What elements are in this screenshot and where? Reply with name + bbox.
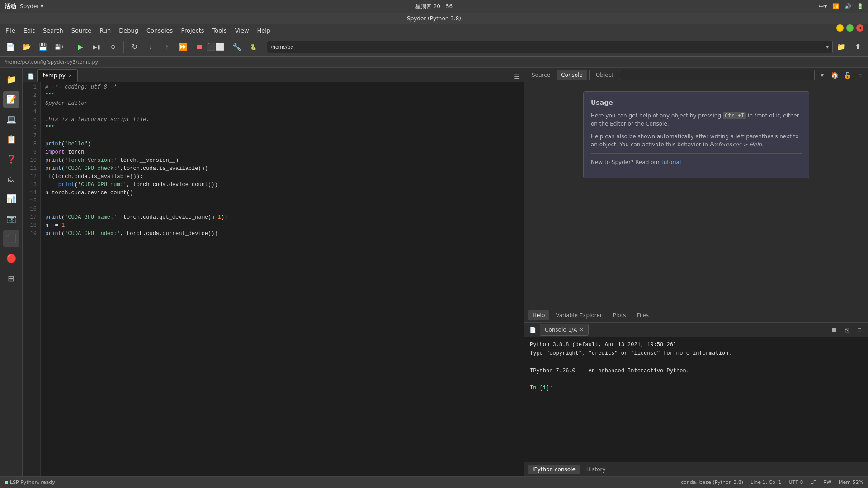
menu-file[interactable]: File	[2, 26, 19, 35]
continue-button[interactable]: ⏩	[175, 39, 191, 55]
lock-button[interactable]: 🔒	[842, 70, 853, 80]
parent-folder-button[interactable]: ⬆	[850, 39, 865, 55]
bottom-tab-files[interactable]: Files	[632, 310, 653, 320]
sidebar-terminal-icon[interactable]: ⬛	[3, 230, 19, 247]
path-bar[interactable]: ▾	[267, 41, 833, 53]
status-bar: LSP Python: ready conda: base (Python 3.…	[0, 476, 868, 488]
usage-text-2: Help can also be shown automatically aft…	[591, 132, 802, 149]
activity-label: 活动	[5, 2, 16, 10]
bottom-tab-variable-explorer[interactable]: Variable Explorer	[551, 310, 606, 320]
home-button[interactable]: 🏠	[829, 70, 840, 80]
editor-options-button[interactable]: ☰	[512, 71, 521, 82]
console-bottom-tab-ipython[interactable]: IPython console	[528, 465, 580, 474]
close-button[interactable]: ✕	[856, 24, 863, 32]
sidebar-apps-icon[interactable]: ⊞	[3, 270, 19, 286]
tab-source[interactable]: Source	[527, 70, 555, 80]
menu-search[interactable]: Search	[39, 26, 67, 35]
console-tab-close[interactable]: ✕	[580, 327, 583, 332]
path-dropdown-icon[interactable]: ▾	[826, 44, 829, 50]
step-into-button[interactable]: ↓	[143, 39, 158, 55]
tab-close-button[interactable]: ✕	[68, 73, 72, 78]
menu-edit[interactable]: Edit	[20, 26, 38, 35]
code-line-19: print('CUDA GPU index:', torch.cuda.curr…	[45, 230, 519, 238]
menu-tools[interactable]: Tools	[209, 26, 231, 35]
sidebar-projects-icon[interactable]: 🗂	[3, 171, 19, 187]
console-prompt: In [1]:	[530, 384, 552, 393]
console-options-button[interactable]: ≡	[854, 324, 865, 336]
menu-view[interactable]: View	[231, 26, 253, 35]
step-over-button[interactable]: ↻	[127, 39, 142, 55]
panel-toolbar: Source Console Object ▾ 🏠 🔒 ≡	[524, 68, 868, 82]
console-bottom-tab-history[interactable]: History	[582, 465, 610, 474]
menu-projects[interactable]: Projects	[177, 26, 208, 35]
run-button[interactable]: ▶	[73, 39, 88, 55]
code-line-5: This is a temporary script file.	[45, 116, 519, 124]
sidebar-outline-icon[interactable]: 📋	[3, 131, 19, 147]
editor-content: 12345 678910 1112131415 16171819 # -*- c…	[23, 82, 524, 476]
console-line-4: IPython 7.26.0 -- An enhanced Interactiv…	[530, 367, 863, 375]
sidebar-camera-icon[interactable]: 📷	[3, 211, 19, 227]
step-out-button[interactable]: ↑	[159, 39, 175, 55]
bottom-tab-help[interactable]: Help	[528, 310, 549, 320]
menu-consoles[interactable]: Consoles	[143, 26, 176, 35]
sidebar-help-icon[interactable]: ❓	[3, 151, 19, 167]
usage-box: Usage Here you can get help of any objec…	[583, 91, 809, 178]
object-dropdown-btn[interactable]: ▾	[816, 70, 827, 80]
power-icon: 🔋	[857, 3, 863, 9]
path-input[interactable]	[271, 44, 826, 50]
menu-help[interactable]: Help	[254, 26, 274, 35]
sidebar-ipython-icon[interactable]: 💻	[3, 111, 19, 127]
status-line-ending: LF	[811, 479, 816, 485]
python-button[interactable]: 🐍	[245, 39, 261, 55]
panel-toolbar-right: 🏠 🔒 ≡	[829, 70, 865, 80]
tutorial-link[interactable]: tutorial	[661, 159, 681, 165]
console-new-tab-icon[interactable]: 📄	[527, 324, 538, 335]
settings-button[interactable]: 🔧	[229, 39, 245, 55]
menu-source[interactable]: Source	[68, 26, 95, 35]
new-file-button[interactable]: 📄	[3, 39, 18, 55]
console-panel: 📄 Console 1/A ✕ ⏹ ⎘ ≡ Python 3.8.8 (defa…	[524, 323, 868, 476]
panel-options-button[interactable]: ≡	[854, 70, 865, 80]
code-line-11: print('CUDA GPU check:',torch.cuda.is_av…	[45, 164, 519, 173]
code-line-16	[45, 205, 519, 213]
status-memory: Mem 52%	[839, 479, 863, 485]
console-tab-1a[interactable]: Console 1/A ✕	[540, 324, 589, 336]
debug-toggle-button[interactable]: ⬛⬜	[208, 39, 223, 55]
browse-folder-button[interactable]: 📁	[834, 39, 849, 55]
save-button[interactable]: 💾	[35, 39, 51, 55]
sidebar-spyder-icon[interactable]: 🔴	[3, 250, 19, 267]
sidebar-editor-icon[interactable]: 📝	[3, 91, 19, 108]
tab-console[interactable]: Console	[557, 70, 587, 80]
open-file-button[interactable]: 📂	[19, 39, 34, 55]
sidebar-profiler-icon[interactable]: 📊	[3, 191, 19, 207]
sidebar-files-icon[interactable]: 📁	[3, 71, 19, 88]
bottom-tab-plots[interactable]: Plots	[609, 310, 631, 320]
maximize-button[interactable]: □	[846, 24, 854, 32]
menu-run[interactable]: Run	[96, 26, 114, 35]
tab-object[interactable]: Object	[591, 70, 618, 80]
spyder-app-btn[interactable]: Spyder ▾	[20, 3, 43, 9]
menu-debug[interactable]: Debug	[115, 26, 142, 35]
run-cell-button[interactable]: ▶▮	[89, 39, 104, 55]
ime-indicator[interactable]: 中▾	[819, 3, 827, 10]
editor-tab-temp-py[interactable]: temp.py ✕	[37, 69, 78, 82]
stop-button[interactable]: ⏹	[192, 39, 207, 55]
copy-button[interactable]: ⎘	[841, 324, 853, 336]
status-encoding: UTF-8	[788, 479, 803, 485]
toolbar-sep-1	[70, 41, 70, 53]
lsp-status-dot	[5, 481, 8, 484]
toolbar-sep-2	[123, 41, 124, 53]
editor-new-tab-icon[interactable]: 📄	[25, 71, 36, 82]
interrupt-button[interactable]: ⏹	[828, 324, 840, 336]
code-line-7	[45, 132, 519, 140]
status-line-col: Line 1, Col 1	[750, 479, 781, 485]
console-content[interactable]: Python 3.8.8 (default, Apr 13 2021, 19:5…	[524, 337, 868, 462]
kbd-ctrl-i: Ctrl+I	[723, 112, 746, 119]
code-editor[interactable]: # -*- coding: utf-8 -*- """ Spyder Edito…	[41, 82, 524, 476]
minimize-button[interactable]: ─	[836, 24, 844, 32]
save-all-button[interactable]: 💾+	[52, 39, 67, 55]
run-selection-button[interactable]: ⊕	[105, 39, 121, 55]
window-controls[interactable]: ─ □ ✕	[836, 24, 863, 32]
object-input[interactable]	[620, 70, 815, 80]
code-line-10: print('Torch Version:',torch.__version__…	[45, 156, 519, 164]
